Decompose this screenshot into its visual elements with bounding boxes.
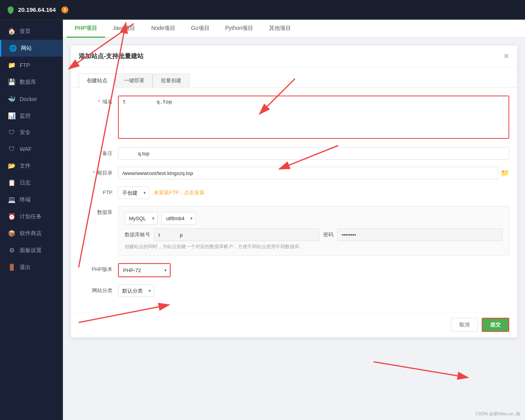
watermark: CSDN @爱49wx.cn_格 [475, 411, 520, 417]
sidebar-label-settings: 面板设置 [20, 247, 42, 254]
dialog-container: 添加站点-支持批量建站 ✕ 创建站点 一键部署 批量创建 [63, 38, 525, 420]
tab-php-label: PHP项目 [75, 25, 97, 32]
ftp-control: 不创建 未安装FTP，点击安装 [118, 186, 509, 199]
sidebar-item-docker[interactable]: 🐳 Docker [0, 90, 63, 107]
database-control: MySQL utf8mb4 [118, 206, 509, 256]
tab-node[interactable]: Node项目 [143, 20, 183, 38]
remark-input[interactable] [118, 147, 509, 160]
tab-bar: PHP项目 Java项目 Node项目 Go项目 Python项目 其他项目 [63, 20, 525, 38]
sidebar-item-monitor[interactable]: 📊 监控 [0, 107, 63, 124]
monitor-icon: 📊 [8, 112, 16, 120]
site-category-label: 网站分类 [79, 284, 118, 294]
root-control: /www/wwwroot/test.kingxzq.top 📁 [118, 167, 509, 179]
db-password-input[interactable] [337, 228, 503, 241]
db-charset-select[interactable]: utf8mb4 [162, 212, 196, 225]
sidebar-item-home[interactable]: 🏠 首页 [0, 23, 63, 40]
sidebar-label-crontab: 计划任务 [20, 213, 42, 220]
remark-control [118, 147, 509, 160]
ftp-label-text: FTP [103, 190, 112, 195]
cancel-button[interactable]: 取消 [451, 318, 478, 332]
sidebar-item-terminal[interactable]: 💻 终端 [0, 191, 63, 208]
sidebar-item-appstore[interactable]: 📦 软件商店 [0, 225, 63, 242]
main-layout: 🏠 首页 🌐 网站 📁 FTP 💾 数据库 🐳 Docker 📊 监控 🛡 安全 [0, 20, 525, 420]
tab-python-label: Python项目 [225, 25, 254, 32]
subtab-create-label: 创建站点 [87, 77, 107, 83]
dialog-close-button[interactable]: ✕ [503, 52, 509, 61]
remark-row: 备注 [79, 147, 509, 160]
database-icon: 💾 [8, 78, 16, 86]
database-label: 数据库 [79, 206, 118, 216]
site-category-select[interactable]: 默认分类 [118, 284, 154, 297]
sidebar-label-appstore: 软件商店 [20, 230, 42, 237]
remark-label: 备注 [79, 147, 118, 157]
tab-other[interactable]: 其他项目 [261, 20, 299, 38]
sidebar-item-files[interactable]: 📂 文件 [0, 157, 63, 174]
db-account-input[interactable] [154, 228, 319, 241]
logo: 20.196.64.164 0 [6, 6, 68, 14]
domain-label: * 域名 [79, 96, 118, 105]
subtab-create[interactable]: 创建站点 [79, 74, 116, 88]
tab-node-label: Node项目 [151, 25, 175, 32]
sidebar-item-waf[interactable]: 🛡 WAF [0, 141, 63, 157]
sidebar-label-files: 文件 [20, 162, 31, 169]
folder-browse-button[interactable]: 📁 [501, 169, 509, 177]
sidebar-label-home: 首页 [20, 28, 31, 35]
domain-input[interactable]: t q.top [118, 96, 509, 139]
db-type-row: MySQL utf8mb4 [125, 212, 503, 225]
docker-icon: 🐳 [8, 95, 16, 103]
sidebar-item-ftp[interactable]: 📁 FTP [0, 57, 63, 74]
ftp-select-wrapper: 不创建 [118, 186, 149, 199]
subtab-batch-label: 批量创建 [161, 77, 181, 83]
ftp-row-inner: 不创建 未安装FTP，点击安装 [118, 186, 509, 199]
tab-java[interactable]: Java项目 [105, 20, 144, 38]
subtab-batch[interactable]: 批量创建 [153, 74, 190, 87]
terminal-icon: 💻 [8, 196, 16, 203]
sidebar-label-terminal: 终端 [20, 196, 31, 203]
sidebar-label-database: 数据库 [20, 79, 36, 86]
domain-label-text: 域名 [102, 99, 112, 105]
sidebar-label-logs: 日志 [20, 179, 31, 186]
sidebar-item-panel-settings[interactable]: ⚙ 面板设置 [0, 242, 63, 259]
ftp-install-link[interactable]: 未安装FTP，点击安装 [154, 189, 204, 196]
ftp-select[interactable]: 不创建 [118, 186, 149, 199]
root-input[interactable]: /www/wwwroot/test.kingxzq.top [118, 167, 498, 179]
sidebar-item-logs[interactable]: 📋 日志 [0, 174, 63, 191]
domain-required: * [98, 99, 100, 105]
db-account-label-text: 数据库账号 [125, 231, 150, 238]
files-icon: 📂 [8, 162, 16, 169]
website-icon: 🌐 [9, 44, 17, 52]
notification-badge[interactable]: 0 [61, 6, 68, 13]
sidebar-item-logout[interactable]: 🚪 退出 [0, 259, 63, 276]
sidebar-item-crontab[interactable]: ⏰ 计划任务 [0, 208, 63, 225]
root-row: * 根目录 /www/wwwroot/test.kingxzq.top 📁 [79, 167, 509, 179]
form-body: * 域名 t q.top 备注 [71, 88, 517, 312]
db-pwd-label-text: 密码 [323, 231, 333, 238]
tab-php[interactable]: PHP项目 [67, 20, 105, 38]
sidebar-item-security[interactable]: 🛡 安全 [0, 124, 63, 141]
sidebar-item-website[interactable]: 🌐 网站 [0, 40, 63, 57]
site-category-label-text: 网站分类 [92, 287, 112, 293]
subtab-deploy[interactable]: 一键部署 [116, 74, 153, 87]
sidebar-label-waf: WAF [20, 146, 32, 152]
db-charset-select-wrapper: utf8mb4 [162, 212, 196, 225]
root-label: * 根目录 [79, 167, 118, 177]
sidebar-label-docker: Docker [20, 96, 37, 102]
tab-go[interactable]: Go项目 [183, 20, 217, 38]
php-version-select[interactable]: PHP-72 PHP-74 PHP-80 PHP-81 [119, 264, 170, 276]
submit-button[interactable]: 提交 [482, 318, 509, 332]
database-row: 数据库 MySQL [79, 206, 509, 256]
home-icon: 🏠 [8, 28, 16, 35]
top-bar: 20.196.64.164 0 [0, 0, 525, 20]
settings-icon: ⚙ [8, 247, 16, 254]
db-type-select[interactable]: MySQL [125, 212, 158, 225]
site-category-select-wrapper: 默认分类 [118, 284, 154, 297]
sidebar-item-database[interactable]: 💾 数据库 [0, 74, 63, 90]
site-category-control: 默认分类 [118, 284, 509, 297]
dialog-footer: 取消 提交 [71, 312, 517, 337]
php-version-control: PHP-72 PHP-74 PHP-80 PHP-81 [118, 263, 509, 277]
add-site-dialog: 添加站点-支持批量建站 ✕ 创建站点 一键部署 批量创建 [71, 46, 517, 337]
php-version-select-wrapper: PHP-72 PHP-74 PHP-80 PHP-81 [118, 263, 171, 277]
tab-other-label: 其他项目 [269, 25, 291, 32]
server-ip: 20.196.64.164 [18, 6, 56, 13]
tab-python[interactable]: Python项目 [217, 20, 262, 38]
